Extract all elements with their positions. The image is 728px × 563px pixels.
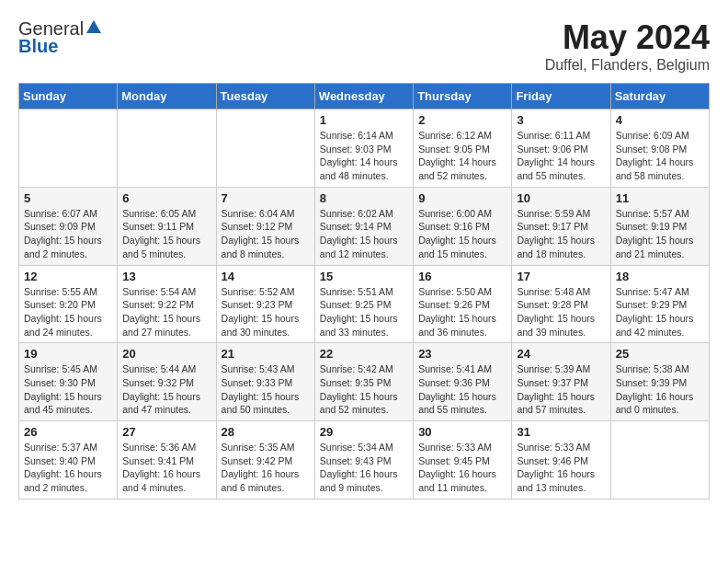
- day-info: Sunrise: 5:55 AMSunset: 9:20 PMDaylight:…: [24, 285, 112, 339]
- day-number: 13: [122, 270, 210, 283]
- day-info: Sunrise: 5:42 AMSunset: 9:35 PMDaylight:…: [320, 362, 408, 417]
- day-info: Sunrise: 6:11 AMSunset: 9:06 PMDaylight:…: [517, 129, 605, 183]
- day-info: Sunrise: 5:52 AMSunset: 9:23 PMDaylight:…: [222, 285, 310, 339]
- day-info: Sunrise: 5:48 AMSunset: 9:28 PMDaylight:…: [517, 285, 605, 339]
- day-info: Sunrise: 5:34 AMSunset: 9:43 PMDaylight:…: [320, 441, 408, 495]
- day-number: 3: [517, 113, 605, 127]
- day-number: 30: [418, 425, 506, 439]
- day-number: 6: [122, 191, 210, 205]
- day-info: Sunrise: 5:36 AMSunset: 9:41 PMDaylight:…: [122, 441, 210, 495]
- calendar-day-cell: 20Sunrise: 5:44 AMSunset: 9:32 PMDayligh…: [118, 343, 216, 421]
- day-info: Sunrise: 5:47 AMSunset: 9:29 PMDaylight:…: [616, 285, 704, 339]
- calendar-day-cell: 22Sunrise: 5:42 AMSunset: 9:35 PMDayligh…: [314, 343, 413, 421]
- calendar-week-row: 1Sunrise: 6:14 AMSunset: 9:03 PMDaylight…: [19, 109, 710, 188]
- day-number: 1: [320, 113, 408, 127]
- day-number: 17: [517, 270, 605, 283]
- day-info: Sunrise: 5:39 AMSunset: 9:37 PMDaylight:…: [517, 362, 605, 417]
- day-number: 31: [517, 425, 605, 439]
- svg-marker-0: [86, 20, 101, 33]
- day-info: Sunrise: 6:07 AMSunset: 9:09 PMDaylight:…: [24, 207, 112, 261]
- day-info: Sunrise: 6:00 AMSunset: 9:16 PMDaylight:…: [418, 207, 506, 261]
- calendar-header-row: SundayMondayTuesdayWednesdayThursdayFrid…: [19, 84, 710, 109]
- calendar-day-cell: [610, 421, 709, 500]
- calendar-day-cell: 26Sunrise: 5:37 AMSunset: 9:40 PMDayligh…: [19, 421, 118, 500]
- day-info: Sunrise: 6:05 AMSunset: 9:11 PMDaylight:…: [122, 207, 210, 261]
- day-number: 22: [320, 347, 408, 361]
- calendar-day-cell: 6Sunrise: 6:05 AMSunset: 9:11 PMDaylight…: [118, 187, 216, 265]
- day-info: Sunrise: 5:57 AMSunset: 9:19 PMDaylight:…: [616, 207, 704, 261]
- calendar-day-cell: 16Sunrise: 5:50 AMSunset: 9:26 PMDayligh…: [414, 265, 512, 343]
- calendar-week-row: 26Sunrise: 5:37 AMSunset: 9:40 PMDayligh…: [19, 421, 710, 500]
- day-info: Sunrise: 5:54 AMSunset: 9:22 PMDaylight:…: [122, 285, 210, 339]
- day-info: Sunrise: 6:14 AMSunset: 9:03 PMDaylight:…: [320, 129, 408, 183]
- calendar-week-row: 12Sunrise: 5:55 AMSunset: 9:20 PMDayligh…: [19, 265, 710, 343]
- calendar-day-cell: 24Sunrise: 5:39 AMSunset: 9:37 PMDayligh…: [512, 343, 610, 421]
- calendar-day-cell: 10Sunrise: 5:59 AMSunset: 9:17 PMDayligh…: [512, 187, 610, 265]
- day-of-week-header: Tuesday: [216, 84, 314, 109]
- day-number: 9: [418, 191, 506, 205]
- calendar-day-cell: 30Sunrise: 5:33 AMSunset: 9:45 PMDayligh…: [414, 421, 512, 500]
- calendar-day-cell: 7Sunrise: 6:04 AMSunset: 9:12 PMDaylight…: [216, 187, 314, 265]
- calendar-day-cell: 5Sunrise: 6:07 AMSunset: 9:09 PMDaylight…: [19, 187, 118, 265]
- calendar-day-cell: [216, 109, 314, 188]
- calendar-day-cell: 21Sunrise: 5:43 AMSunset: 9:33 PMDayligh…: [216, 343, 314, 421]
- calendar-week-row: 5Sunrise: 6:07 AMSunset: 9:09 PMDaylight…: [19, 187, 710, 265]
- day-info: Sunrise: 6:09 AMSunset: 9:08 PMDaylight:…: [616, 129, 704, 183]
- day-info: Sunrise: 5:33 AMSunset: 9:45 PMDaylight:…: [418, 441, 506, 495]
- location-subtitle: Duffel, Flanders, Belgium: [545, 57, 710, 74]
- calendar-day-cell: 23Sunrise: 5:41 AMSunset: 9:36 PMDayligh…: [414, 343, 512, 421]
- calendar-day-cell: 25Sunrise: 5:38 AMSunset: 9:39 PMDayligh…: [610, 343, 709, 421]
- day-number: 7: [222, 191, 310, 205]
- day-number: 2: [418, 113, 506, 127]
- day-number: 16: [418, 270, 506, 283]
- day-info: Sunrise: 5:45 AMSunset: 9:30 PMDaylight:…: [24, 362, 112, 417]
- day-info: Sunrise: 5:44 AMSunset: 9:32 PMDaylight:…: [122, 362, 210, 417]
- day-of-week-header: Friday: [512, 84, 610, 109]
- day-number: 28: [222, 425, 310, 439]
- day-number: 27: [122, 425, 210, 439]
- logo-blue-text: Blue: [18, 36, 58, 57]
- day-info: Sunrise: 5:41 AMSunset: 9:36 PMDaylight:…: [418, 362, 506, 417]
- calendar-day-cell: 11Sunrise: 5:57 AMSunset: 9:19 PMDayligh…: [610, 187, 709, 265]
- day-info: Sunrise: 5:51 AMSunset: 9:25 PMDaylight:…: [320, 285, 408, 339]
- calendar-day-cell: 27Sunrise: 5:36 AMSunset: 9:41 PMDayligh…: [118, 421, 216, 500]
- calendar-day-cell: 9Sunrise: 6:00 AMSunset: 9:16 PMDaylight…: [414, 187, 512, 265]
- day-number: 5: [24, 191, 112, 205]
- calendar-day-cell: 4Sunrise: 6:09 AMSunset: 9:08 PMDaylight…: [610, 109, 709, 188]
- day-info: Sunrise: 5:37 AMSunset: 9:40 PMDaylight:…: [24, 441, 112, 495]
- calendar-day-cell: 15Sunrise: 5:51 AMSunset: 9:25 PMDayligh…: [314, 265, 413, 343]
- calendar-day-cell: 14Sunrise: 5:52 AMSunset: 9:23 PMDayligh…: [216, 265, 314, 343]
- calendar-day-cell: [19, 109, 118, 188]
- day-info: Sunrise: 5:33 AMSunset: 9:46 PMDaylight:…: [517, 441, 605, 495]
- day-info: Sunrise: 6:02 AMSunset: 9:14 PMDaylight:…: [320, 207, 408, 261]
- day-number: 19: [24, 347, 112, 361]
- calendar-day-cell: 12Sunrise: 5:55 AMSunset: 9:20 PMDayligh…: [19, 265, 118, 343]
- day-number: 4: [616, 113, 704, 127]
- day-number: 24: [517, 347, 605, 361]
- month-year-title: May 2024: [545, 18, 710, 57]
- day-of-week-header: Saturday: [610, 84, 709, 109]
- day-number: 26: [24, 425, 112, 439]
- logo-triangle-icon: [86, 20, 101, 37]
- day-number: 25: [616, 347, 704, 361]
- logo: General Blue: [18, 18, 101, 57]
- calendar-day-cell: 18Sunrise: 5:47 AMSunset: 9:29 PMDayligh…: [610, 265, 709, 343]
- day-info: Sunrise: 5:59 AMSunset: 9:17 PMDaylight:…: [517, 207, 605, 261]
- day-info: Sunrise: 6:04 AMSunset: 9:12 PMDaylight:…: [222, 207, 310, 261]
- calendar-day-cell: 3Sunrise: 6:11 AMSunset: 9:06 PMDaylight…: [512, 109, 610, 188]
- calendar-day-cell: 17Sunrise: 5:48 AMSunset: 9:28 PMDayligh…: [512, 265, 610, 343]
- day-number: 29: [320, 425, 408, 439]
- calendar-day-cell: 8Sunrise: 6:02 AMSunset: 9:14 PMDaylight…: [314, 187, 413, 265]
- day-number: 23: [418, 347, 506, 361]
- day-number: 14: [222, 270, 310, 283]
- day-info: Sunrise: 5:35 AMSunset: 9:42 PMDaylight:…: [222, 441, 310, 495]
- day-of-week-header: Thursday: [414, 84, 512, 109]
- calendar-day-cell: 19Sunrise: 5:45 AMSunset: 9:30 PMDayligh…: [19, 343, 118, 421]
- calendar-day-cell: 31Sunrise: 5:33 AMSunset: 9:46 PMDayligh…: [512, 421, 610, 500]
- day-number: 10: [517, 191, 605, 205]
- day-of-week-header: Sunday: [19, 84, 118, 109]
- day-number: 18: [616, 270, 704, 283]
- title-section: May 2024 Duffel, Flanders, Belgium: [545, 18, 710, 74]
- calendar-day-cell: 2Sunrise: 6:12 AMSunset: 9:05 PMDaylight…: [414, 109, 512, 188]
- page-header: General Blue May 2024 Duffel, Flanders, …: [18, 18, 710, 74]
